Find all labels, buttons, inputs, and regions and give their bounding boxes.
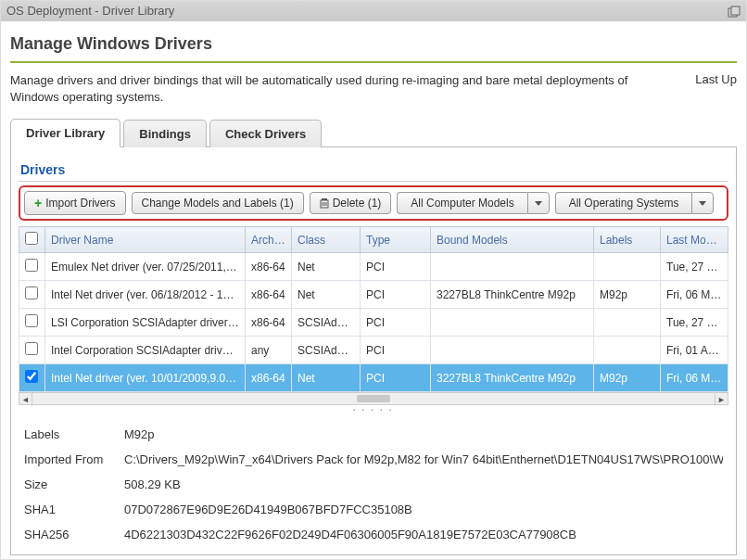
- cell-last-modified: Tue, 27 May...: [661, 309, 728, 337]
- row-checkbox[interactable]: [25, 259, 38, 272]
- table-row[interactable]: Intel Corporation SCSIAdapter driver (ve…: [19, 337, 728, 364]
- tab-panel: Drivers + Import Drivers Change Models a…: [10, 147, 737, 555]
- cell-bound-models: [431, 253, 594, 281]
- cell-type: PCI: [361, 281, 431, 309]
- svg-rect-1: [731, 6, 740, 15]
- cell-class: Net: [292, 253, 361, 281]
- cell-last-modified: Fri, 06 Mar ...: [661, 364, 728, 392]
- row-checkbox[interactable]: [25, 286, 38, 299]
- select-all-checkbox[interactable]: [25, 232, 38, 245]
- svg-rect-6: [322, 198, 327, 200]
- section-title: Drivers: [19, 160, 728, 182]
- splitter-handle[interactable]: • • • • •: [19, 405, 728, 414]
- labels-key: Labels: [24, 427, 124, 441]
- col-architecture[interactable]: Archit...: [246, 227, 292, 253]
- scroll-left-icon[interactable]: ◄: [19, 393, 32, 406]
- trash-icon: [320, 197, 329, 209]
- import-drivers-button[interactable]: + Import Drivers: [24, 191, 126, 215]
- tabs: Driver Library Bindings Check Drivers: [10, 118, 737, 147]
- tab-check-drivers[interactable]: Check Drivers: [209, 120, 322, 147]
- cell-labels: [594, 309, 661, 337]
- cell-bound-models: [431, 337, 594, 364]
- cell-labels: M92p: [594, 364, 661, 392]
- scrollbar-thumb[interactable]: [357, 395, 390, 402]
- imported-from-value: C:\Drivers_M92p\Win7_x64\Drivers Pack fo…: [124, 452, 723, 466]
- scroll-right-icon[interactable]: ►: [715, 393, 728, 406]
- col-class[interactable]: Class: [292, 227, 361, 253]
- toolbar: + Import Drivers Change Models and Label…: [19, 185, 728, 221]
- import-drivers-label: Import Drivers: [45, 197, 115, 210]
- cell-last-modified: Tue, 27 May...: [661, 253, 728, 281]
- page-description: Manage drivers and driver bindings that …: [10, 72, 640, 105]
- table-header-row: Driver Name Archit... Class Type Bound M…: [19, 227, 728, 253]
- sha1-value: 07D072867E96D9E26D41949B067BFD7FCC35108B: [124, 503, 723, 516]
- cell-driver-name: Intel Net driver (ver. 06/18/2012 - 10/2…: [45, 281, 246, 309]
- table-row[interactable]: Intel Net driver (ver. 06/18/2012 - 10/2…: [19, 281, 728, 309]
- cell-driver-name: Intel Net driver (ver. 10/01/2009,9.0.13…: [45, 364, 246, 392]
- cell-bound-models: [431, 309, 594, 337]
- titlebar: OS Deployment - Driver Library: [1, 1, 746, 21]
- plus-icon: +: [34, 196, 42, 210]
- sha256-key: SHA256: [24, 528, 124, 541]
- cell-class: SCSIAdapter: [292, 337, 361, 364]
- cell-class: Net: [292, 364, 361, 392]
- cell-type: PCI: [361, 364, 431, 392]
- size-key: Size: [24, 477, 124, 491]
- cell-architecture: x86-64: [246, 253, 292, 281]
- table-row[interactable]: Intel Net driver (ver. 10/01/2009,9.0.13…: [19, 364, 728, 392]
- os-dropdown-label: All Operating Systems: [555, 192, 692, 214]
- cell-architecture: x86-64: [246, 309, 292, 337]
- sha256-value: 4D6221303D432C22F9626F02D249D4F06306005F…: [124, 528, 723, 541]
- cell-architecture: x86-64: [246, 281, 292, 309]
- col-labels[interactable]: Labels: [594, 227, 661, 253]
- cell-type: PCI: [361, 309, 431, 337]
- tab-bindings[interactable]: Bindings: [123, 120, 207, 147]
- delete-label: Delete (1): [333, 197, 382, 210]
- col-bound-models[interactable]: Bound Models: [431, 227, 594, 253]
- table-row[interactable]: Emulex Net driver (ver. 07/25/2011,4.0.3…: [19, 253, 728, 281]
- table-row[interactable]: LSI Corporation SCSIAdapter driver (ver.…: [19, 309, 728, 337]
- col-driver-name[interactable]: Driver Name: [45, 227, 246, 253]
- cell-class: Net: [292, 281, 361, 309]
- row-checkbox[interactable]: [25, 342, 38, 355]
- row-checkbox[interactable]: [25, 370, 38, 383]
- page-title: Manage Windows Drivers: [10, 29, 737, 63]
- drivers-table: Driver Name Archit... Class Type Bound M…: [19, 226, 728, 392]
- sha1-key: SHA1: [24, 503, 124, 516]
- cell-labels: [594, 337, 661, 364]
- os-dropdown[interactable]: All Operating Systems: [555, 192, 715, 214]
- imported-from-key: Imported From: [24, 452, 124, 466]
- chevron-down-icon: [527, 192, 550, 214]
- change-models-button[interactable]: Change Models and Labels (1): [132, 192, 304, 214]
- window-title: OS Deployment - Driver Library: [6, 1, 174, 21]
- details-panel: LabelsM92p Imported FromC:\Drivers_M92p\…: [19, 414, 728, 554]
- col-checkbox[interactable]: [19, 227, 45, 253]
- col-last-modified[interactable]: Last Modi...: [661, 227, 728, 253]
- cell-architecture: x86-64: [246, 364, 292, 392]
- delete-button[interactable]: Delete (1): [310, 192, 392, 214]
- cell-type: PCI: [361, 337, 431, 364]
- cell-driver-name: Intel Corporation SCSIAdapter driver (ve…: [45, 337, 246, 364]
- models-dropdown-label: All Computer Models: [397, 192, 526, 214]
- cell-last-modified: Fri, 06 Mar ...: [661, 281, 728, 309]
- models-dropdown[interactable]: All Computer Models: [397, 192, 549, 214]
- cell-labels: [594, 253, 661, 281]
- row-checkbox[interactable]: [25, 314, 38, 327]
- size-value: 508.29 KB: [124, 477, 723, 491]
- cell-architecture: any: [246, 337, 292, 364]
- tab-driver-library[interactable]: Driver Library: [10, 119, 120, 147]
- cell-driver-name: LSI Corporation SCSIAdapter driver (ver.…: [45, 309, 246, 337]
- last-updated-label: Last Up: [695, 72, 737, 86]
- col-type[interactable]: Type: [361, 227, 431, 253]
- labels-value: M92p: [124, 427, 723, 441]
- cell-class: SCSIAdapter: [292, 309, 361, 337]
- horizontal-scrollbar[interactable]: ◄ ►: [19, 392, 728, 405]
- cell-labels: M92p: [594, 281, 661, 309]
- cell-bound-models: 3227BL8 ThinkCentre M92p: [431, 281, 594, 309]
- popout-icon[interactable]: [728, 5, 741, 18]
- cell-last-modified: Fri, 01 Aug ...: [661, 337, 728, 364]
- cell-driver-name: Emulex Net driver (ver. 07/25/2011,4.0.3…: [45, 253, 246, 281]
- window: OS Deployment - Driver Library Manage Wi…: [0, 0, 747, 560]
- change-models-label: Change Models and Labels (1): [142, 197, 294, 210]
- chevron-down-icon: [691, 192, 714, 214]
